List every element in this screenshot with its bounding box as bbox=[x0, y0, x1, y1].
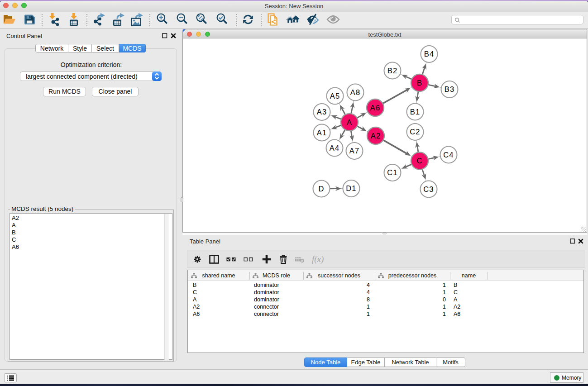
svg-text:B1: B1 bbox=[410, 108, 420, 116]
svg-text:f(x): f(x) bbox=[312, 254, 324, 264]
svg-text:A6: A6 bbox=[370, 104, 380, 112]
svg-text:A: A bbox=[347, 118, 352, 126]
svg-text:C3: C3 bbox=[423, 185, 434, 193]
svg-text:D: D bbox=[318, 185, 324, 193]
svg-text:D1: D1 bbox=[346, 184, 356, 192]
svg-text:C1: C1 bbox=[387, 168, 397, 176]
svg-text:B3: B3 bbox=[445, 85, 454, 93]
svg-text:C2: C2 bbox=[410, 128, 420, 136]
svg-text:A3: A3 bbox=[317, 108, 327, 116]
svg-text:A8: A8 bbox=[350, 88, 360, 96]
svg-text:B4: B4 bbox=[424, 50, 434, 58]
svg-text:A2: A2 bbox=[371, 132, 381, 140]
svg-text:A1: A1 bbox=[317, 129, 327, 137]
svg-text:A5: A5 bbox=[330, 92, 340, 100]
svg-text:A4: A4 bbox=[330, 144, 339, 152]
svg-text:B2: B2 bbox=[387, 67, 397, 75]
svg-text:A7: A7 bbox=[349, 147, 359, 155]
svg-text:B: B bbox=[417, 79, 422, 87]
svg-text:C4: C4 bbox=[443, 151, 454, 159]
svg-text:C: C bbox=[416, 157, 422, 165]
